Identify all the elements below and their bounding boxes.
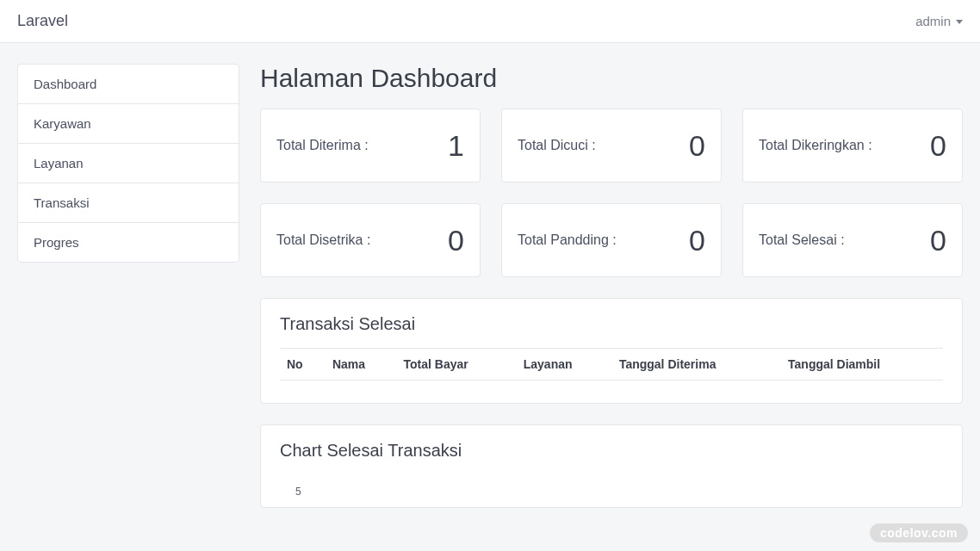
container: Dashboard Karyawan Layanan Transaksi Pro…	[0, 43, 980, 549]
sidebar-item-label: Karyawan	[34, 116, 91, 131]
watermark: codelov.com	[870, 523, 968, 542]
stat-card-dicuci: Total Dicuci : 0	[501, 108, 722, 183]
sidebar-item-transaksi[interactable]: Transaksi	[18, 183, 239, 223]
sidebar-item-label: Transaksi	[34, 195, 89, 210]
table-header-row: No Nama Total Bayar Layanan Tanggal Dite…	[280, 349, 943, 381]
stat-label: Total Dicuci :	[518, 136, 596, 155]
page-title: Halaman Dashboard	[260, 64, 963, 93]
y-axis-tick: 5	[295, 486, 301, 498]
stat-value: 0	[448, 224, 464, 257]
chevron-down-icon	[956, 20, 963, 24]
stat-card-selesai: Total Selesai : 0	[742, 203, 963, 277]
col-total-bayar: Total Bayar	[397, 349, 517, 381]
sidebar-item-label: Progres	[34, 235, 79, 250]
sidebar-item-label: Dashboard	[34, 77, 96, 91]
stat-label: Total Disetrika :	[276, 231, 370, 250]
brand[interactable]: Laravel	[17, 12, 68, 30]
stat-label: Total Selesai :	[759, 231, 845, 250]
chart-area: 5	[280, 474, 943, 498]
col-nama: Nama	[326, 349, 397, 381]
stat-card-pandding: Total Pandding : 0	[501, 203, 722, 277]
col-tanggal-diterima: Tanggal Diterima	[612, 349, 781, 381]
sidebar-item-progres[interactable]: Progres	[18, 223, 239, 262]
transaksi-table: No Nama Total Bayar Layanan Tanggal Dite…	[280, 348, 943, 381]
chart-title: Chart Selesai Transaksi	[280, 441, 943, 461]
user-name: admin	[915, 14, 951, 28]
stat-label: Total Dikeringkan :	[759, 136, 872, 155]
stat-value: 0	[930, 224, 946, 257]
chart-card: Chart Selesai Transaksi 5	[260, 424, 963, 508]
user-dropdown[interactable]: admin	[915, 14, 963, 28]
sidebar-item-label: Layanan	[34, 156, 84, 170]
stat-value: 0	[930, 129, 946, 163]
sidebar-item-karyawan[interactable]: Karyawan	[18, 104, 239, 144]
stat-card-disetrika: Total Disetrika : 0	[260, 203, 481, 277]
navbar: Laravel admin	[0, 0, 980, 43]
main-content: Halaman Dashboard Total Diterima : 1 Tot…	[260, 64, 963, 529]
stat-card-dikeringkan: Total Dikeringkan : 0	[742, 108, 963, 183]
stat-card-diterima: Total Diterima : 1	[260, 108, 481, 183]
stat-value: 1	[448, 129, 464, 163]
stat-value: 0	[689, 224, 705, 257]
sidebar: Dashboard Karyawan Layanan Transaksi Pro…	[17, 64, 239, 263]
table-title: Transaksi Selesai	[280, 314, 943, 334]
sidebar-item-layanan[interactable]: Layanan	[18, 144, 239, 183]
sidebar-item-dashboard[interactable]: Dashboard	[18, 65, 239, 104]
stat-label: Total Pandding :	[518, 231, 617, 250]
stat-value: 0	[689, 129, 705, 163]
stat-label: Total Diterima :	[276, 136, 369, 155]
col-no: No	[280, 349, 326, 381]
stats-grid: Total Diterima : 1 Total Dicuci : 0 Tota…	[260, 108, 963, 277]
col-layanan: Layanan	[517, 349, 612, 381]
table-card: Transaksi Selesai No Nama Total Bayar La…	[260, 298, 963, 404]
col-tanggal-diambil: Tanggal Diambil	[781, 349, 943, 381]
